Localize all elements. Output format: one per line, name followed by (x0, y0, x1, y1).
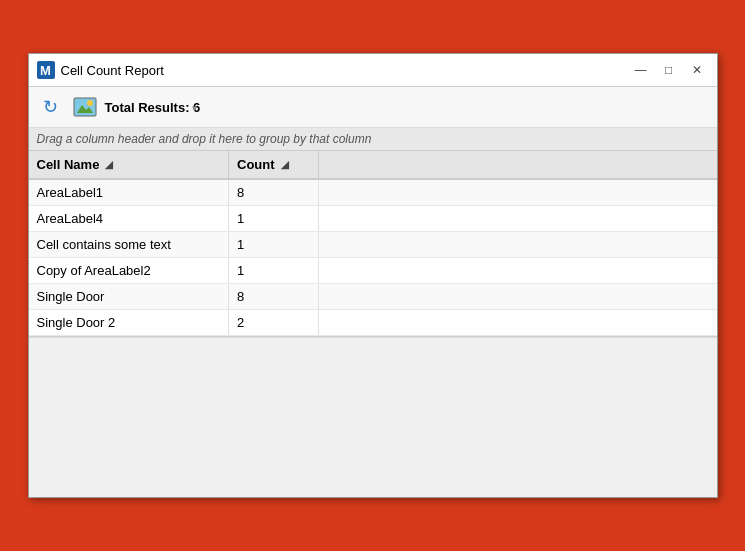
cell-name-cell: Cell contains some text (29, 232, 229, 258)
image-button[interactable] (71, 93, 99, 121)
table-row[interactable]: Single Door8 (29, 284, 717, 310)
refresh-button[interactable]: ↻ (37, 93, 65, 121)
total-results: Total Results: 6 (105, 100, 201, 115)
window-title: Cell Count Report (61, 63, 629, 78)
cell-name-cell: AreaLabel4 (29, 206, 229, 232)
count-cell: 1 (229, 258, 319, 284)
table-row[interactable]: Copy of AreaLabel21 (29, 258, 717, 284)
window-controls: — □ ✕ (629, 60, 709, 80)
toolbar-scroll-area: Total Results: 6 (105, 100, 201, 115)
minimize-button[interactable]: — (629, 60, 653, 80)
close-button[interactable]: ✕ (685, 60, 709, 80)
title-bar: M Cell Count Report — □ ✕ (29, 54, 717, 87)
toolbar: ↻ Total Results: 6 (29, 87, 717, 128)
main-window: M Cell Count Report — □ ✕ ↻ Total Result… (28, 53, 718, 498)
table-row[interactable]: AreaLabel18 (29, 179, 717, 206)
count-cell: 8 (229, 284, 319, 310)
extra-cell (319, 179, 717, 206)
svg-point-4 (87, 100, 93, 106)
empty-area (29, 337, 717, 497)
filter-icon-count[interactable]: ◢ (281, 159, 289, 170)
filter-icon-cell-name[interactable]: ◢ (105, 159, 113, 170)
cell-name-cell: AreaLabel1 (29, 179, 229, 206)
count-cell: 1 (229, 206, 319, 232)
extra-cell (319, 284, 717, 310)
column-header-count[interactable]: Count ◢ (229, 151, 319, 179)
column-header-cell-name[interactable]: Cell Name ◢ (29, 151, 229, 179)
refresh-icon: ↻ (43, 96, 58, 118)
cell-name-cell: Single Door (29, 284, 229, 310)
count-cell: 2 (229, 310, 319, 336)
table-header-row: Cell Name ◢ Count ◢ (29, 151, 717, 179)
extra-cell (319, 310, 717, 336)
extra-cell (319, 232, 717, 258)
app-icon: M (37, 61, 55, 79)
data-table-container[interactable]: Cell Name ◢ Count ◢ AreaLabel18AreaLabel… (29, 151, 717, 337)
extra-cell (319, 206, 717, 232)
cell-name-cell: Copy of AreaLabel2 (29, 258, 229, 284)
table-row[interactable]: AreaLabel41 (29, 206, 717, 232)
count-cell: 1 (229, 232, 319, 258)
group-hint-bar: Drag a column header and drop it here to… (29, 128, 717, 151)
table-row[interactable]: Cell contains some text1 (29, 232, 717, 258)
data-table: Cell Name ◢ Count ◢ AreaLabel18AreaLabel… (29, 151, 717, 336)
svg-rect-2 (74, 98, 96, 116)
svg-text:M: M (40, 63, 51, 78)
image-icon (73, 97, 97, 117)
cell-name-cell: Single Door 2 (29, 310, 229, 336)
extra-cell (319, 258, 717, 284)
table-row[interactable]: Single Door 22 (29, 310, 717, 336)
count-cell: 8 (229, 179, 319, 206)
maximize-button[interactable]: □ (657, 60, 681, 80)
column-header-extra (319, 151, 717, 179)
